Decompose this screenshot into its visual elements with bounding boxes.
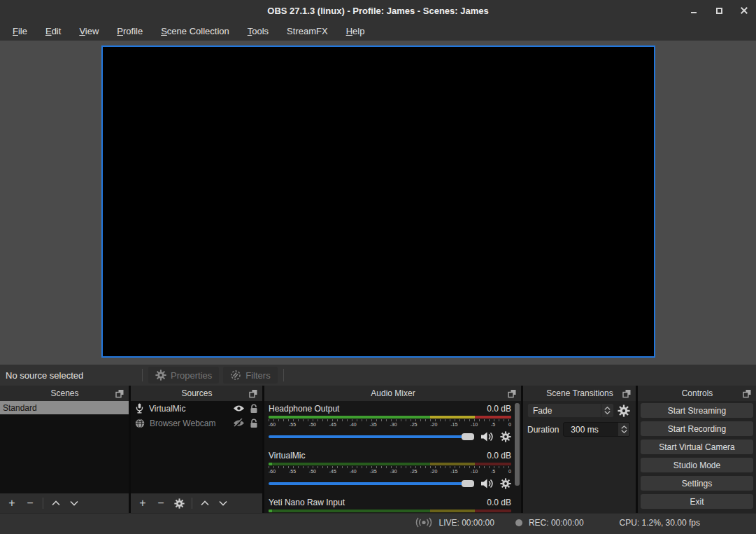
studio-mode-button[interactable]: Studio Mode	[641, 458, 753, 472]
scene-down-button[interactable]	[66, 496, 82, 511]
eye-visible-icon[interactable]	[233, 405, 245, 412]
menu-profile[interactable]: Profile	[108, 23, 151, 39]
record-dot-icon	[515, 519, 522, 526]
sources-list: VirtualMic Browser Webcam	[131, 401, 262, 493]
close-button[interactable]	[739, 6, 749, 15]
gear-icon	[155, 370, 166, 381]
popout-icon[interactable]	[249, 389, 258, 398]
speaker-icon[interactable]	[480, 478, 494, 489]
source-properties-button[interactable]	[171, 496, 187, 511]
volume-meter	[269, 463, 511, 465]
transition-select[interactable]: Fade	[527, 403, 614, 418]
volume-slider[interactable]	[269, 477, 474, 490]
meter-scale-label: -40	[350, 469, 357, 475]
controls-body: Start Streaming Start Recording Start Vi…	[638, 401, 756, 513]
remove-scene-button[interactable]: −	[22, 496, 38, 511]
sources-header: Sources	[131, 386, 262, 401]
combo-arrows-icon	[601, 404, 613, 417]
start-streaming-button[interactable]: Start Streaming	[641, 403, 753, 418]
audio-mixer-body: Headphone Output 0.0 dB -60-55-50-45-40-…	[264, 401, 521, 513]
remove-source-button[interactable]: −	[153, 496, 169, 511]
meter-scale-label: -50	[309, 422, 316, 428]
eye-hidden-icon[interactable]	[233, 419, 245, 428]
audio-mixer-title: Audio Mixer	[269, 388, 508, 398]
filters-label: Filters	[245, 370, 270, 381]
meter-scale-label: -55	[289, 422, 296, 428]
meter-scale-label: 0	[508, 422, 511, 428]
globe-icon	[135, 419, 145, 428]
menu-view[interactable]: View	[71, 23, 107, 39]
meter-scale-label: -55	[289, 469, 296, 475]
mixer-channel-virtualmic: VirtualMic 0.0 dB -60-55-50-45-40-35-30-…	[269, 450, 511, 491]
broadcast-icon	[415, 517, 432, 528]
speaker-icon[interactable]	[480, 431, 494, 442]
add-scene-button[interactable]: +	[4, 496, 20, 511]
add-source-button[interactable]: +	[135, 496, 150, 511]
menu-streamfx[interactable]: StreamFX	[278, 23, 336, 39]
mixer-channel-yeti-nano: Yeti Nano Raw Input 0.0 dB -60-55-50-45-…	[269, 497, 511, 513]
menu-file[interactable]: File	[4, 23, 36, 39]
menu-scene-collection[interactable]: Scene Collection	[152, 23, 238, 39]
meter-scale: -60-55-50-45-40-35-30-25-20-15-10-50	[269, 469, 511, 475]
toolbar-separator	[283, 369, 284, 381]
meter-scale-label: -45	[329, 469, 336, 475]
popout-icon[interactable]	[508, 389, 517, 398]
menu-edit[interactable]: Edit	[37, 23, 69, 39]
exit-button[interactable]: Exit	[641, 494, 753, 509]
start-recording-button[interactable]: Start Recording	[641, 421, 753, 436]
channel-db-value: 0.0 dB	[487, 404, 511, 414]
meter-ticks	[269, 419, 511, 421]
controls-panel: Controls Start Streaming Start Recording…	[638, 386, 756, 513]
meter-scale-label: -5	[491, 422, 495, 428]
meter-scale-label: -15	[450, 469, 457, 475]
transition-selected-value: Fade	[528, 406, 601, 416]
popout-icon[interactable]	[622, 389, 632, 398]
popout-icon[interactable]	[115, 389, 124, 398]
minimize-icon	[691, 12, 697, 13]
properties-button[interactable]: Properties	[148, 367, 219, 384]
unlock-icon[interactable]	[250, 404, 258, 414]
menu-help[interactable]: Help	[338, 23, 373, 39]
meter-scale-label: -50	[309, 469, 316, 475]
duration-spinbox[interactable]: 300 ms	[563, 422, 630, 437]
unlock-icon[interactable]	[250, 419, 258, 428]
source-item-virtualmic[interactable]: VirtualMic	[131, 401, 262, 416]
volume-slider[interactable]	[269, 430, 474, 443]
docks-row: Scenes Standard + − Sources	[0, 386, 756, 513]
maximize-icon	[716, 8, 722, 14]
preview-canvas[interactable]	[101, 45, 655, 358]
scene-item-standard[interactable]: Standard	[0, 401, 129, 414]
start-virtual-camera-button[interactable]: Start Virtual Camera	[641, 440, 753, 454]
filters-button[interactable]: Filters	[223, 367, 277, 384]
popout-icon[interactable]	[743, 389, 752, 398]
slider-handle[interactable]	[462, 433, 474, 440]
duration-value[interactable]: 300 ms	[564, 425, 618, 435]
source-down-button[interactable]	[215, 496, 231, 511]
channel-name: Yeti Nano Raw Input	[269, 498, 487, 507]
menu-tools[interactable]: Tools	[239, 23, 277, 39]
scene-up-button[interactable]	[48, 496, 64, 511]
gear-icon[interactable]	[500, 478, 511, 489]
minimize-button[interactable]	[689, 6, 699, 15]
meter-scale-label: -15	[450, 422, 457, 428]
no-source-selected-label: No source selected	[6, 370, 138, 381]
transition-properties-button[interactable]	[618, 405, 630, 417]
filters-icon	[230, 370, 241, 381]
sources-panel: Sources VirtualMic	[131, 386, 262, 513]
live-time-label: LIVE: 00:00:00	[438, 518, 494, 528]
channel-db-value: 0.0 dB	[487, 498, 511, 507]
settings-button[interactable]: Settings	[641, 476, 753, 491]
maximize-button[interactable]	[714, 6, 724, 15]
meter-scale-label: -20	[430, 469, 437, 475]
gear-icon[interactable]	[500, 431, 511, 442]
spinbox-arrows-icon[interactable]	[618, 423, 629, 436]
source-item-browser-webcam[interactable]: Browser Webcam	[131, 416, 262, 430]
meter-scale-label: -35	[370, 422, 377, 428]
mixer-scrollbar[interactable]	[515, 403, 520, 486]
source-up-button[interactable]	[197, 496, 213, 511]
scenes-title: Scenes	[4, 388, 115, 398]
source-name: Browser Webcam	[150, 419, 228, 428]
slider-handle[interactable]	[462, 480, 474, 487]
toolbar-separator	[142, 369, 143, 381]
cpu-fps-label: CPU: 1.2%, 30.00 fps	[620, 518, 700, 528]
